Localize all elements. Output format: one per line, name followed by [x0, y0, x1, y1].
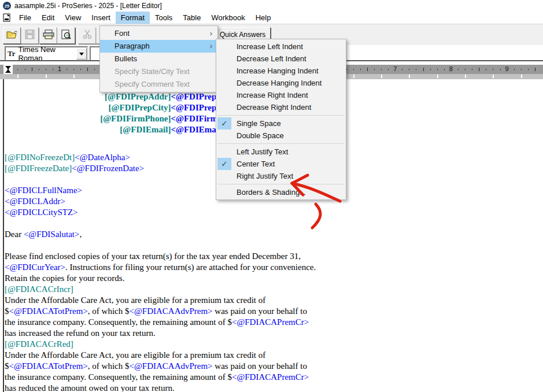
document-line: <@FDICLCitySTZ>: [5, 207, 341, 218]
ruler-tick: [46, 69, 46, 70]
merge-field-token: <@FDIFrozenDate>: [72, 164, 144, 173]
menu-item-label: Increase Right Indent: [237, 91, 308, 99]
ruler-tick: [409, 69, 409, 70]
menubar-item-format[interactable]: Format: [116, 12, 150, 24]
document-line: has increased the refund on your tax ret…: [5, 328, 341, 339]
print-button[interactable]: [39, 27, 57, 44]
menu-item-label: Bullets: [114, 54, 137, 63]
paragraph-menu-item-increase-left-indent[interactable]: Increase Left Indent: [216, 40, 346, 53]
ruler-lower-tick: [17, 75, 19, 78]
ruler-number: 9: [505, 65, 509, 72]
letter-text: was paid on your behalf to: [213, 306, 307, 316]
ruler-tick: [465, 69, 466, 70]
ruler-lower-tick: [46, 75, 47, 78]
menubar-item-view[interactable]: View: [60, 12, 86, 24]
ruler-tick: [53, 69, 53, 70]
scissors-icon: [83, 29, 92, 42]
font-family-select[interactable]: Tr Times New Roman: [5, 46, 88, 61]
menu-item-label: Specify Comment Text: [114, 80, 190, 88]
merge-field-token: [@FDIACACrRed]: [5, 339, 73, 349]
merge-field-token: <@FDIACAPremCr>: [232, 372, 309, 382]
open-button[interactable]: [3, 27, 21, 44]
ruler-tick: [80, 69, 81, 70]
paragraph-menu-item-decrease-hanging-indent[interactable]: Decrease Hanging Indent: [216, 77, 346, 89]
letter-text: , of which $: [88, 361, 130, 371]
save-button: [21, 27, 39, 44]
ruler-tick: [73, 69, 74, 70]
paragraph-menu-item-decrease-left-indent[interactable]: Decrease Left Indent: [216, 53, 346, 65]
merge-field-token: <@FDIACAAdvPrem>: [130, 361, 213, 371]
document-icon: [0, 12, 14, 24]
paragraph-menu-item-increase-hanging-indent[interactable]: Increase Hanging Indent: [216, 65, 346, 77]
merge-field-token: [@FDIPrepAddr]: [105, 92, 171, 101]
ruler-tick: [416, 69, 416, 70]
menubar-item-tools[interactable]: Tools: [150, 12, 178, 24]
merge-field-token: [@FDIFirmPhone]: [100, 114, 171, 123]
print-preview-button[interactable]: [57, 27, 75, 44]
menu-item-label: Single Space: [237, 119, 281, 128]
paragraph-menu-item-decrease-right-indent[interactable]: Decrease Right Indent: [216, 101, 346, 113]
menu-bar: FileEditViewInsertFormatToolsTableWorkbo…: [0, 12, 543, 24]
ruler-tick: [17, 69, 18, 70]
letter-text: has reduced the amount owed on your tax …: [5, 383, 175, 392]
ruler-tick: [430, 69, 431, 70]
page-magnifier-icon: [61, 29, 71, 42]
menu-item-label: Increase Hanging Indent: [237, 66, 319, 75]
ruler-tick: [423, 68, 424, 71]
paragraph-menu-item-left-justify-text[interactable]: Left Justify Text: [216, 146, 346, 158]
letter-text: was paid on your behalf to: [213, 361, 307, 371]
merge-field-token: [@FDIFreezeDate]: [5, 164, 72, 173]
letter-text: Please find enclosed copies of your tax …: [5, 252, 301, 261]
blank-line: [5, 240, 341, 251]
merge-field-token: <@FDIACATotPrem>: [9, 306, 88, 316]
merge-field-token: <@FDIACATotPrem>: [9, 361, 88, 371]
paragraph-menu-item-borders-shading-[interactable]: Borders & Shading...: [216, 186, 346, 198]
ruler-lower-tick: [521, 75, 522, 78]
paragraph-menu-item-double-space[interactable]: Double Space: [216, 130, 346, 142]
letter-text: . Instructions for filing your return(s)…: [65, 262, 316, 272]
format-menu-item-specify-comment-text: Specify Comment Text: [100, 78, 217, 91]
menu-item-label: Borders & Shading...: [237, 188, 306, 197]
menubar-item-help[interactable]: Help: [250, 12, 276, 24]
format-menu-item-font[interactable]: Font›: [100, 27, 217, 40]
indent-marker[interactable]: [3, 65, 13, 74]
ruler-tick: [479, 68, 479, 71]
cut-button: [78, 27, 96, 44]
menubar-item-file[interactable]: File: [14, 12, 36, 24]
document-line: Dear <@FDISalutat>,: [5, 229, 341, 240]
ruler-tick: [514, 69, 515, 70]
menu-item-label: Decrease Hanging Indent: [237, 79, 322, 87]
bowtie-marker-icon: [5, 66, 11, 73]
paragraph-menu-item-single-space[interactable]: ✓Single Space: [216, 117, 346, 130]
ruler-tick: [353, 69, 354, 70]
checkmark-icon: ✓: [217, 117, 231, 130]
format-menu-item-paragraph[interactable]: Paragraph›: [100, 40, 217, 53]
letter-text: Dear: [5, 230, 24, 239]
menubar-item-workbook[interactable]: Workbook: [206, 12, 250, 24]
menu-item-label: Center Text: [237, 160, 275, 168]
menubar-item-insert[interactable]: Insert: [86, 12, 116, 24]
paragraph-menu-item-increase-right-indent[interactable]: Increase Right Indent: [216, 89, 346, 101]
letter-text: $: [5, 306, 9, 316]
menu-item-label: Specify State/City Text: [114, 67, 190, 76]
blank-line: [5, 218, 341, 229]
ruler-tick: [25, 69, 25, 70]
paragraph-menu-item-center-text[interactable]: ✓Center Text: [216, 158, 346, 170]
font-family-dropdown-button[interactable]: [76, 48, 87, 60]
document-line: $<@FDIACATotPrem>, of which $<@FDIACAAdv…: [5, 361, 341, 372]
document-line: Please find enclosed copies of your tax …: [5, 251, 341, 262]
document-line: [@FDIACACrIncr]: [5, 284, 341, 295]
ruler-tick: [500, 69, 501, 70]
merge-field-token: <@FDICLFullName>: [5, 186, 82, 195]
merge-field-token: <@FDIACAAdvPrem>: [130, 306, 213, 316]
checkmark-icon: ✓: [217, 158, 231, 170]
menubar-item-table[interactable]: Table: [178, 12, 206, 24]
menubar-item-edit[interactable]: Edit: [36, 12, 60, 24]
menu-item-label: Decrease Left Indent: [237, 54, 306, 63]
ruler-number: 1: [58, 65, 61, 72]
paragraph-menu-item-right-justify-text[interactable]: Right Justify Text: [216, 170, 346, 182]
merge-field-token: [@FDIACACrIncr]: [5, 284, 73, 294]
menu-item-label: Double Space: [237, 131, 284, 140]
ruler-tick: [381, 69, 382, 70]
format-menu-item-bullets[interactable]: Bullets: [100, 53, 217, 65]
